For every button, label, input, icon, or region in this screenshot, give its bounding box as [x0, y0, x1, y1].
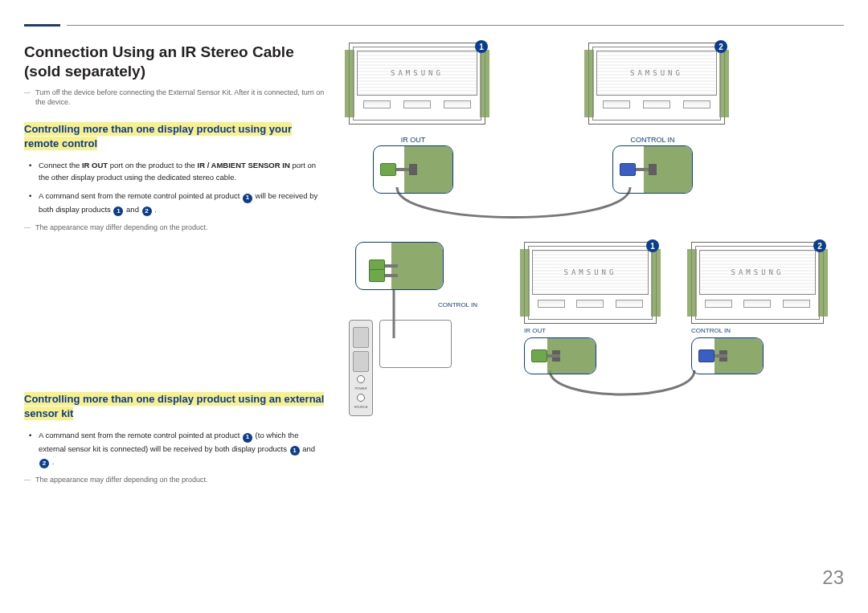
display-1: SAMSUNG 1: [349, 43, 485, 125]
section2-heading: Controlling more than one display produc…: [24, 392, 326, 421]
display-2-fig2: SAMSUNG 2: [691, 242, 824, 324]
header-rule: [24, 24, 844, 27]
port-ir-out: [373, 145, 453, 194]
section1-note: The appearance may differ depending on t…: [24, 223, 326, 233]
badge-2-icon: 2: [813, 239, 826, 252]
port-label-ir-out: IR OUT: [365, 136, 461, 144]
port-control-in: [612, 145, 693, 194]
remote-control-icon: POWER SOURCE: [349, 320, 373, 416]
badge-1-icon: 1: [475, 40, 488, 53]
section2-note: The appearance may differ depending on t…: [24, 475, 326, 485]
page-number: 23: [822, 566, 844, 589]
badge-2-icon: 2: [39, 459, 49, 468]
plug-blue-icon: [698, 349, 727, 362]
display-2: SAMSUNG 2: [588, 43, 725, 125]
plug-green-icon: [380, 163, 409, 176]
display-1-fig2: SAMSUNG 1: [524, 242, 657, 324]
badge-1-icon: 1: [243, 433, 252, 443]
external-sensor-port: [355, 242, 444, 290]
port-control-in-fig2: [691, 337, 764, 374]
section1-bullet2: A command sent from the remote control p…: [39, 190, 326, 216]
port-label-control-in: CONTROL IN: [604, 136, 701, 144]
diagram-column: SAMSUNG 1 IR OUT: [349, 43, 844, 493]
section1-bullet1: Connect the IR OUT port on the product t…: [39, 159, 326, 183]
badge-2-icon: 2: [142, 206, 152, 216]
section1-heading: Controlling more than one display produc…: [24, 122, 326, 151]
brand-text: SAMSUNG: [564, 268, 617, 276]
port-ir-out-fig2: [524, 337, 596, 374]
brand-text: SAMSUNG: [630, 69, 683, 77]
badge-2-icon: 2: [714, 40, 727, 53]
plug-green-icon: [531, 349, 560, 362]
brand-text: SAMSUNG: [391, 69, 444, 77]
figure-1: SAMSUNG 1 IR OUT: [349, 43, 844, 194]
badge-1-icon: 1: [243, 194, 252, 203]
plug-green-icon: [369, 269, 398, 282]
port-label-control-in-small2: CONTROL IN: [691, 327, 844, 334]
plug-blue-icon: [620, 163, 649, 176]
port-label-ir-out-small: IR OUT: [524, 327, 677, 334]
figure-2: CONTROL IN POWER SOURCE: [349, 242, 844, 416]
badge-1-icon: 1: [113, 206, 123, 216]
badge-1-icon: 1: [646, 239, 659, 252]
section2-bullet1: A command sent from the remote control p…: [39, 429, 326, 468]
brand-text: SAMSUNG: [731, 268, 784, 276]
note-top: Turn off the device before connecting th…: [24, 88, 326, 108]
port-label-control-in-small: CONTROL IN: [349, 301, 477, 309]
display-box-icon: [379, 320, 452, 368]
page-title: Connection Using an IR Stereo Cable (sol…: [24, 43, 326, 81]
rule-thin: [67, 25, 844, 26]
section2-list: A command sent from the remote control p…: [24, 429, 326, 468]
badge-1-icon: 1: [290, 446, 300, 456]
rule-thick: [24, 24, 60, 27]
text-column: Connection Using an IR Stereo Cable (sol…: [24, 43, 326, 493]
section1-list: Connect the IR OUT port on the product t…: [24, 159, 326, 216]
